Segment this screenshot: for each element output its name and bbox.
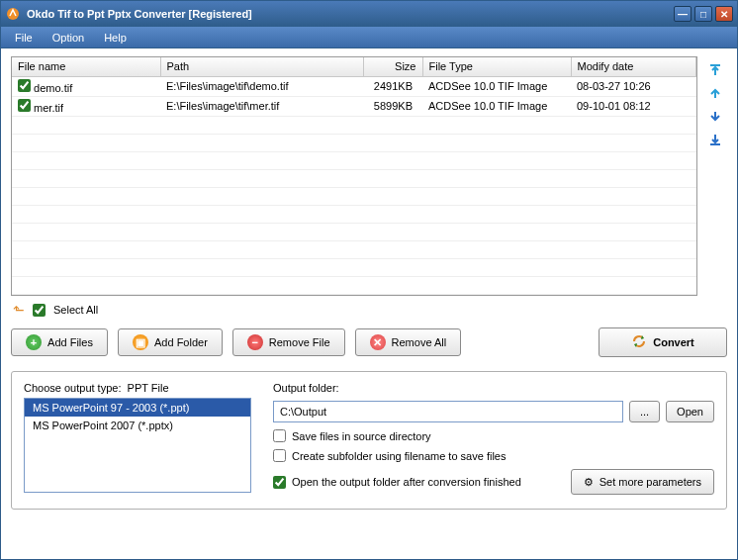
table-row[interactable]: demo.tifE:\Files\image\tif\demo.tif2491K… — [12, 76, 696, 96]
output-folder-label: Output folder: — [273, 382, 714, 394]
move-top-button[interactable] — [706, 60, 724, 78]
open-folder-button[interactable]: Open — [666, 401, 714, 422]
select-all-label: Select All — [53, 304, 98, 316]
window-buttons: — □ ✕ — [674, 6, 733, 22]
output-type-label: Choose output type: PPT File — [24, 382, 251, 394]
app-icon — [5, 6, 21, 22]
row-checkbox[interactable] — [18, 99, 31, 112]
save-source-checkbox[interactable] — [273, 429, 286, 442]
output-type-option[interactable]: MS PowerPoint 97 - 2003 (*.ppt) — [25, 399, 250, 417]
row-filename: demo.tif — [34, 82, 72, 94]
output-type-list[interactable]: MS PowerPoint 97 - 2003 (*.ppt)MS PowerP… — [24, 398, 251, 493]
move-up-button[interactable] — [706, 84, 724, 102]
content-area: File name Path Size File Type Modify dat… — [1, 48, 737, 559]
col-size[interactable]: Size — [363, 57, 422, 76]
file-panel: File name Path Size File Type Modify dat… — [11, 56, 727, 296]
x-icon: ✕ — [370, 334, 386, 350]
up-folder-icon[interactable]: ⬑ — [13, 302, 25, 318]
remove-all-button[interactable]: ✕Remove All — [355, 328, 462, 356]
folder-icon: ▣ — [133, 334, 148, 350]
select-all-checkbox[interactable] — [33, 304, 46, 317]
row-checkbox[interactable] — [18, 79, 31, 92]
row-size: 5899KB — [363, 96, 422, 116]
output-folder-section: Output folder: ... Open Save files in so… — [273, 382, 714, 495]
output-folder-input[interactable] — [273, 401, 623, 422]
add-folder-button[interactable]: ▣Add Folder — [118, 328, 223, 356]
move-down-button[interactable] — [706, 108, 724, 126]
gear-icon: ⚙ — [584, 476, 594, 489]
save-source-label: Save files in source directory — [292, 430, 431, 442]
menubar: File Option Help — [1, 27, 737, 48]
menu-option[interactable]: Option — [45, 30, 92, 46]
output-type-section: Choose output type: PPT File MS PowerPoi… — [24, 382, 251, 495]
toolbar-row: +Add Files ▣Add Folder −Remove File ✕Rem… — [11, 327, 727, 357]
move-bottom-button[interactable] — [706, 132, 724, 149]
row-path: E:\Files\image\tif\demo.tif — [160, 76, 363, 96]
col-path[interactable]: Path — [160, 57, 363, 76]
convert-button[interactable]: Convert — [599, 327, 727, 357]
row-date: 09-10-01 08:12 — [571, 96, 696, 116]
browse-button[interactable]: ... — [629, 401, 660, 422]
row-date: 08-03-27 10:26 — [571, 76, 696, 96]
app-window: Okdo Tif to Ppt Pptx Converter [Register… — [0, 0, 738, 560]
col-date[interactable]: Modify date — [571, 57, 696, 76]
open-after-checkbox[interactable] — [273, 476, 286, 489]
subfolder-label: Create subfolder using filename to save … — [292, 450, 506, 462]
add-files-button[interactable]: +Add Files — [11, 328, 108, 356]
row-path: E:\Files\image\tif\mer.tif — [160, 96, 363, 116]
row-type: ACDSee 10.0 TIF Image — [422, 76, 571, 96]
minus-icon: − — [247, 334, 263, 350]
more-params-button[interactable]: ⚙Set more parameters — [571, 469, 714, 495]
table-row[interactable]: mer.tifE:\Files\image\tif\mer.tif5899KBA… — [12, 96, 696, 116]
convert-icon — [631, 333, 647, 351]
reorder-arrows — [703, 56, 727, 296]
close-button[interactable]: ✕ — [715, 6, 733, 22]
minimize-button[interactable]: — — [674, 6, 692, 22]
row-type: ACDSee 10.0 TIF Image — [422, 96, 571, 116]
output-type-option[interactable]: MS PowerPoint 2007 (*.pptx) — [25, 417, 250, 434]
window-title: Okdo Tif to Ppt Pptx Converter [Register… — [27, 8, 674, 20]
maximize-button[interactable]: □ — [694, 6, 712, 22]
file-table[interactable]: File name Path Size File Type Modify dat… — [11, 56, 697, 296]
col-filename[interactable]: File name — [12, 57, 160, 76]
col-type[interactable]: File Type — [422, 57, 571, 76]
row-size: 2491KB — [363, 76, 422, 96]
menu-file[interactable]: File — [7, 30, 41, 46]
plus-icon: + — [26, 334, 42, 350]
open-after-label: Open the output folder after conversion … — [292, 476, 521, 488]
select-all-row: ⬑ Select All — [11, 296, 727, 327]
remove-file-button[interactable]: −Remove File — [232, 328, 345, 356]
output-panel: Choose output type: PPT File MS PowerPoi… — [11, 371, 727, 510]
titlebar: Okdo Tif to Ppt Pptx Converter [Register… — [1, 1, 737, 27]
row-filename: mer.tif — [34, 102, 63, 114]
menu-help[interactable]: Help — [96, 30, 135, 46]
subfolder-checkbox[interactable] — [273, 449, 286, 462]
